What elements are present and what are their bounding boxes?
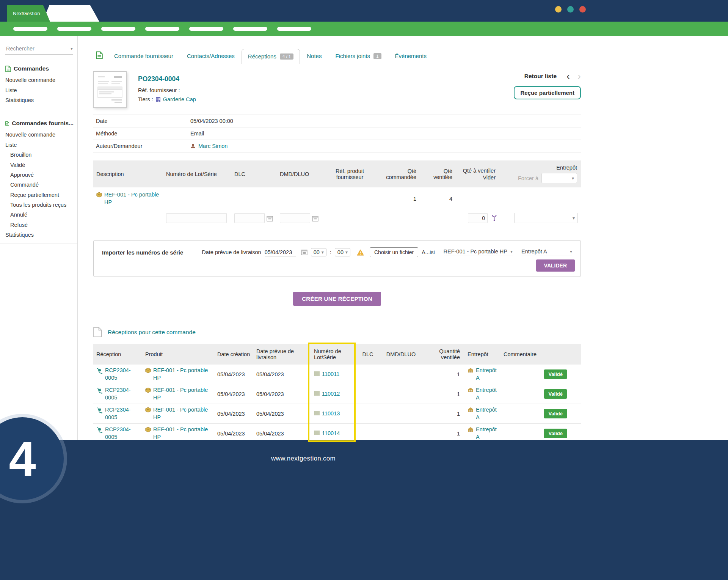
- search-input[interactable]: [5, 45, 58, 52]
- sidebar-item-liste[interactable]: Liste: [5, 85, 74, 95]
- caret-down-icon: ▾: [572, 176, 574, 181]
- force-warehouse-select[interactable]: ▾: [541, 173, 577, 183]
- user-icon: [190, 143, 196, 149]
- product-link[interactable]: REF-001 - Pc portable HP: [104, 191, 160, 206]
- sidebar-item-valide[interactable]: Validé: [5, 160, 74, 170]
- serial-link[interactable]: 110013: [322, 410, 340, 418]
- product-link[interactable]: REF-001 - Pc portable HP: [153, 426, 211, 441]
- warehouse-link[interactable]: Entrepôt A: [476, 387, 497, 401]
- tab-commande-fournisseur[interactable]: Commande fournisseur: [107, 53, 180, 64]
- sidebar-item-tous-produits-recus[interactable]: Tous les produits reçus: [5, 200, 74, 210]
- warehouse-a-select[interactable]: Entrepôt A ▾: [521, 248, 572, 256]
- dolly-icon: [96, 387, 103, 394]
- dmd-date-input[interactable]: [280, 213, 310, 223]
- product-select[interactable]: REF-001 - Pc portable HP ▾: [444, 248, 513, 256]
- search-box[interactable]: ▾: [5, 45, 73, 55]
- sidebar-item-recue-partiellement[interactable]: Reçue partiellement: [5, 190, 74, 200]
- supplier-ref-label: Réf. fournisseur :: [138, 87, 196, 93]
- reception-link[interactable]: RCP2304-0005: [105, 406, 139, 421]
- serial-link[interactable]: 110011: [322, 371, 339, 378]
- tab-notes[interactable]: Notes: [300, 53, 328, 64]
- force-warehouse-row: Forcer à ▾: [518, 173, 577, 183]
- document-thumbnail[interactable]: [93, 71, 127, 108]
- sidebar-item-brouillon[interactable]: Brouillon: [5, 150, 74, 160]
- detail-label: Date: [93, 118, 190, 124]
- calendar-icon[interactable]: [312, 215, 318, 222]
- serial-cell: 110013: [311, 408, 353, 420]
- detail-label: Auteur/Demandeur: [93, 143, 190, 149]
- menu-item-redacted[interactable]: [233, 27, 267, 31]
- warehouse-link[interactable]: Entrepôt A: [476, 406, 497, 421]
- qty-ordered-value: 1: [377, 193, 421, 204]
- sidebar-item-approuve[interactable]: Approuvé: [5, 170, 74, 180]
- order-banner: PO2304-0004 Réf. fournisseur : Tiers : G…: [93, 71, 581, 108]
- sidebar-item-commande[interactable]: Commandé: [5, 180, 74, 190]
- sidebar: ▾ Commandes Nouvelle commande Liste Stat…: [0, 36, 78, 440]
- reception-link[interactable]: RCP2304-0005: [105, 387, 139, 401]
- serial-link[interactable]: 110012: [322, 390, 340, 398]
- menu-item-redacted[interactable]: [277, 27, 311, 31]
- menu-item-redacted[interactable]: [57, 27, 91, 31]
- menu-item-redacted[interactable]: [189, 27, 223, 31]
- sidebar-item-liste-fournisseur[interactable]: Liste: [5, 140, 74, 150]
- warehouse-link[interactable]: Entrepôt A: [476, 367, 497, 382]
- product-link[interactable]: REF-001 - Pc portable HP: [153, 387, 211, 401]
- back-to-list-link[interactable]: Retour liste: [524, 73, 557, 80]
- qty-to-dispatch-input[interactable]: [468, 213, 488, 223]
- create-reception-button[interactable]: CRÉER UNE RÉCEPTION: [293, 292, 381, 306]
- date-planned-cell: 05/04/2023: [253, 428, 311, 439]
- sidebar-item-statistiques-fournisseur[interactable]: Statistiques: [5, 230, 74, 240]
- product-link[interactable]: REF-001 - Pc portable HP: [153, 406, 211, 421]
- card-tabs: Commande fournisseur Contacts/Adresses R…: [93, 49, 581, 64]
- reception-link[interactable]: RCP2304-0005: [105, 367, 139, 382]
- calendar-icon[interactable]: [301, 249, 308, 255]
- tab-fichiers-joints[interactable]: Fichiers joints 1: [328, 53, 388, 64]
- sidebar-item-statistiques[interactable]: Statistiques: [5, 95, 74, 105]
- author-link[interactable]: Marc Simon: [198, 143, 228, 149]
- dolly-icon: [96, 368, 103, 374]
- warehouse-select-value: Entrepôt A: [521, 248, 547, 255]
- menu-item-redacted[interactable]: [145, 27, 179, 31]
- third-party-line: Tiers : Garderie Cap: [138, 96, 196, 102]
- window-dot-teal-icon: [567, 6, 574, 13]
- product-cell: REF-001 - Pc portable HP: [142, 365, 214, 384]
- choose-file-button[interactable]: Choisir un fichier: [370, 247, 418, 257]
- product-link[interactable]: REF-001 - Pc portable HP: [153, 367, 211, 382]
- clear-link[interactable]: Vider: [460, 174, 496, 181]
- valider-button[interactable]: VALIDER: [536, 259, 575, 272]
- split-line-icon[interactable]: [491, 215, 497, 221]
- warehouse-link[interactable]: Entrepôt A: [476, 426, 497, 441]
- tab-contacts-adresses[interactable]: Contacts/Adresses: [180, 53, 242, 64]
- sidebar-item-annule[interactable]: Annulé: [5, 210, 74, 220]
- tab-evenements[interactable]: Événements: [388, 53, 433, 64]
- dlc-date-input[interactable]: [234, 213, 265, 223]
- col-produit: Produit: [142, 349, 214, 360]
- third-party-link[interactable]: Garderie Cap: [163, 96, 196, 102]
- menu-item-redacted[interactable]: [13, 27, 47, 31]
- menu-item-redacted[interactable]: [101, 27, 135, 31]
- col-lot-serie: Numéro de Lot/Série: [163, 169, 231, 179]
- detail-row-methode: Méthode Email: [93, 127, 581, 140]
- tab-label: Fichiers joints: [335, 53, 370, 59]
- serial-link[interactable]: 110014: [322, 430, 340, 437]
- reception-link[interactable]: RCP2304-0005: [105, 426, 139, 441]
- valide-status-badge: Validé: [544, 409, 567, 418]
- warehouse-select[interactable]: ▾: [514, 213, 578, 223]
- col-qte-a-ventiler: Qté à ventiler Vider: [457, 165, 499, 183]
- sidebar-item-nouvelle-commande[interactable]: Nouvelle commande: [5, 75, 74, 85]
- lot-serial-input[interactable]: [166, 213, 227, 223]
- minute-select[interactable]: 00 ▾: [335, 248, 350, 256]
- reception-row: RCP2304-0005 REF-001 - Pc portable HP 05…: [93, 404, 581, 424]
- calendar-icon[interactable]: [267, 215, 273, 222]
- serial-cell: 110012: [311, 388, 353, 400]
- sidebar-item-refuse[interactable]: Refusé: [5, 220, 74, 230]
- chevron-left-icon[interactable]: ‹: [566, 73, 570, 80]
- comment-cell: Validé: [500, 407, 581, 421]
- section-title-label: Commandes fournis...: [12, 120, 74, 127]
- planned-delivery-date-input[interactable]: [265, 248, 296, 256]
- third-party-label: Tiers :: [138, 96, 153, 102]
- hour-select[interactable]: 00 ▾: [311, 248, 326, 256]
- sidebar-section-title: Commandes: [5, 65, 74, 72]
- sidebar-item-nouvelle-commande-fournisseur[interactable]: Nouvelle commande: [5, 130, 74, 140]
- tab-receptions[interactable]: Réceptions 4 / 1: [242, 49, 300, 64]
